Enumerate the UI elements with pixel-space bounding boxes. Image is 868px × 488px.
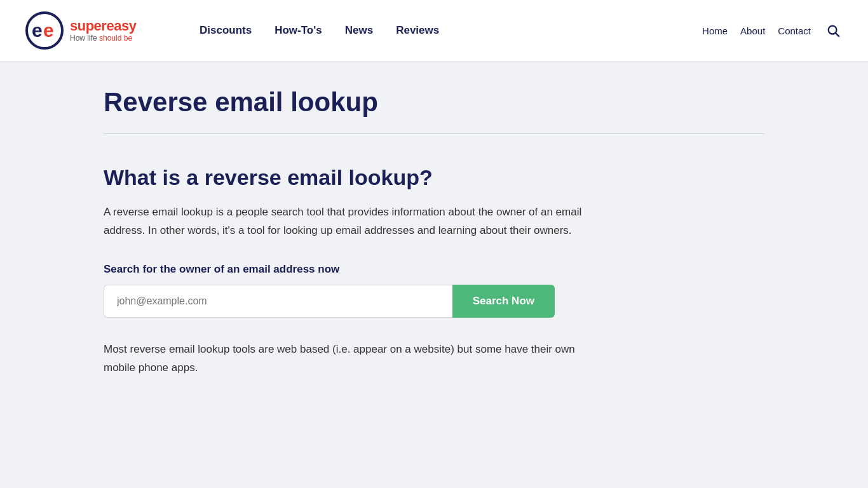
logo-subtitle: How life should be (70, 34, 136, 43)
logo-title-easy: easy (106, 18, 136, 34)
section-heading: What is a reverse email lookup? (104, 165, 764, 191)
nav-home[interactable]: Home (702, 25, 728, 36)
logo-title-super: super (70, 18, 106, 34)
search-toggle-button[interactable] (824, 21, 843, 40)
nav-news[interactable]: News (336, 19, 382, 42)
search-now-button[interactable]: Search Now (452, 285, 555, 318)
logo-icon: e e (25, 11, 64, 50)
nav-howtos[interactable]: How-To's (266, 19, 331, 42)
svg-text:e: e (32, 20, 43, 41)
body-paragraph-2: Most reverse email lookup tools are web … (104, 341, 587, 377)
primary-nav: Discounts How-To's News Reviews (191, 19, 702, 42)
search-label: Search for the owner of an email address… (104, 263, 764, 276)
nav-contact[interactable]: Contact (778, 25, 811, 36)
main-content: Reverse email lookup What is a reverse e… (91, 61, 777, 416)
logo-subtitle-should: should be (99, 34, 132, 43)
nav-about[interactable]: About (740, 25, 765, 36)
logo-title: supereasy (70, 18, 136, 34)
secondary-nav: Home About Contact (702, 21, 843, 40)
nav-discounts[interactable]: Discounts (191, 19, 261, 42)
svg-line-4 (836, 33, 839, 36)
logo-text: supereasy How life should be (70, 18, 136, 42)
email-search-input[interactable] (104, 285, 452, 318)
site-header: e e supereasy How life should be Discoun… (0, 0, 868, 61)
logo[interactable]: e e supereasy How life should be (25, 11, 165, 50)
search-icon (826, 24, 840, 37)
body-paragraph-1: A reverse email lookup is a people searc… (104, 203, 587, 240)
svg-text:e: e (43, 20, 54, 41)
page-title: Reverse email lookup (104, 86, 764, 118)
nav-reviews[interactable]: Reviews (387, 19, 448, 42)
section-divider (104, 133, 764, 134)
search-form: Search Now (104, 285, 555, 318)
